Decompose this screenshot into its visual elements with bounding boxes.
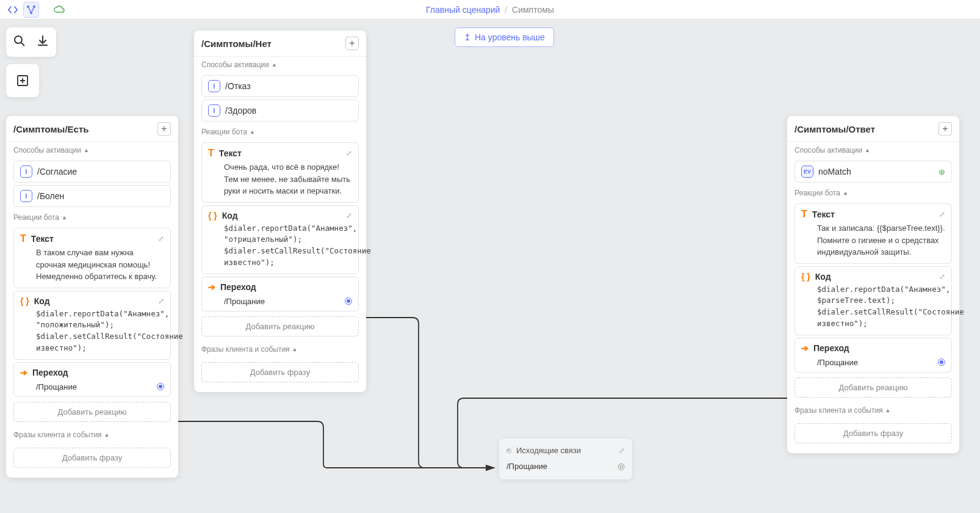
phrases-section-label[interactable]: Фразы клиента и события▲: [787, 402, 959, 418]
link-icon: ⎋: [506, 446, 511, 455]
reactions-section-label[interactable]: Реакции бота▲: [787, 185, 959, 201]
add-phrase-button[interactable]: Добавить фразу: [794, 423, 952, 443]
expand-icon[interactable]: ⤢: [939, 210, 945, 219]
activation-item[interactable]: I/Отказ: [201, 75, 359, 97]
node-header: /Симптомы/Ответ +: [787, 116, 959, 142]
topbar: Главный сценарий / Симптомы: [0, 0, 980, 20]
download-icon[interactable]: [37, 35, 49, 49]
chevron-up-icon: ▲: [885, 407, 891, 413]
activation-item[interactable]: I/Здоров: [201, 100, 359, 122]
reaction-text-body: Так и записала: {{$parseTree.text}}. Пом…: [801, 222, 945, 258]
reaction-code-block[interactable]: { }Код⤢ $dialer.reportData("Анамнез", $p…: [794, 266, 952, 335]
text-icon: T: [20, 233, 26, 244]
target-icon[interactable]: ◎: [618, 461, 625, 471]
expand-icon[interactable]: ⤢: [158, 297, 164, 305]
activation-section-label[interactable]: Способы активации▲: [194, 57, 366, 73]
search-icon[interactable]: [13, 35, 26, 49]
reaction-transition-block[interactable]: ➔Переход /Прощание: [201, 277, 359, 311]
reaction-text-body: Очень рада, что всё в порядке! Тем не ме…: [208, 161, 352, 197]
add-reaction-button[interactable]: Добавить реакцию: [13, 402, 171, 422]
breadcrumb-root[interactable]: Главный сценарий: [426, 5, 500, 15]
toolbar-search-download: [6, 27, 56, 57]
connection-port[interactable]: [345, 297, 352, 305]
graph-view-button[interactable]: [23, 2, 39, 18]
reaction-transition-block[interactable]: ➔Переход /Прощание: [13, 362, 171, 397]
chevron-up-icon: ▲: [865, 147, 870, 153]
chevron-up-icon: ▲: [62, 214, 67, 220]
outgoing-item[interactable]: /Прощание ◎: [499, 457, 632, 475]
reactions-section-label[interactable]: Реакции бота▲: [194, 124, 366, 140]
reaction-text-body: В таком случае вам нужна срочная медицин…: [20, 247, 164, 283]
add-reaction-button[interactable]: Добавить реакцию: [201, 316, 359, 337]
add-phrase-button[interactable]: Добавить фразу: [201, 362, 359, 382]
node-symptoms-yes[interactable]: /Симптомы/Есть + Способы активации▲ I/Со…: [6, 116, 178, 478]
up-level-button[interactable]: ↥ На уровень выше: [455, 27, 554, 47]
add-reaction-button[interactable]: Добавить реакцию: [794, 377, 952, 398]
cloud-sync-button[interactable]: [51, 2, 67, 18]
svg-point-2: [30, 12, 32, 14]
add-node-button[interactable]: [6, 64, 39, 97]
outgoing-header: ⎋Исходящие связи ⤢: [499, 443, 632, 457]
node-title: /Симптомы/Нет: [201, 38, 272, 49]
reactions-section-label[interactable]: Реакции бота▲: [6, 209, 178, 225]
node-header: /Симптомы/Есть +: [6, 116, 178, 142]
node-add-button[interactable]: +: [345, 37, 359, 50]
code-icon: { }: [20, 296, 29, 306]
connection-port[interactable]: [157, 383, 164, 390]
expand-icon[interactable]: ⤢: [346, 149, 352, 158]
svg-point-0: [27, 5, 29, 8]
code-icon: { }: [801, 272, 810, 282]
add-phrase-button[interactable]: Добавить фразу: [13, 448, 171, 468]
node-header: /Симптомы/Нет +: [194, 31, 366, 57]
phrases-section-label[interactable]: Фразы клиента и события▲: [6, 427, 178, 443]
expand-icon[interactable]: ⤢: [939, 272, 945, 281]
reaction-text-block[interactable]: TТекст⤢ В таком случае вам нужна срочная…: [13, 228, 171, 288]
node-symptoms-answer[interactable]: /Симптомы/Ответ + Способы активации▲ EVn…: [787, 116, 959, 453]
arrow-up-icon: ↥: [464, 32, 471, 42]
transition-target: /Прощание: [208, 294, 352, 306]
chevron-up-icon: ▲: [104, 432, 110, 438]
activation-section-label[interactable]: Способы активации▲: [787, 142, 959, 158]
intent-icon: I: [20, 166, 32, 178]
expand-icon[interactable]: ⤢: [346, 211, 352, 220]
reaction-text-block[interactable]: TТекст⤢ Так и записала: {{$parseTree.tex…: [794, 203, 952, 264]
breadcrumb-current: Симптомы: [512, 5, 554, 15]
activation-section-label[interactable]: Способы активации▲: [6, 142, 178, 158]
chevron-up-icon: ▲: [292, 346, 298, 352]
canvas-toolbar: [6, 27, 56, 97]
node-title: /Симптомы/Ответ: [794, 124, 875, 134]
expand-icon[interactable]: ⤢: [158, 235, 164, 243]
activation-item[interactable]: I/Болен: [13, 185, 171, 207]
topbar-left: [5, 2, 67, 18]
reaction-code-body: $dialer.reportData("Анамнез", "отрицател…: [208, 223, 352, 269]
activation-item[interactable]: I/Согласие: [13, 161, 171, 183]
chevron-up-icon: ▲: [84, 147, 89, 153]
reaction-transition-block[interactable]: ➔Переход /Прощание: [794, 338, 952, 373]
node-add-button[interactable]: +: [939, 122, 952, 136]
text-icon: T: [801, 209, 807, 220]
up-level-label: На уровень выше: [475, 32, 545, 42]
arrow-right-icon: ➔: [208, 282, 215, 292]
breadcrumb: Главный сценарий / Симптомы: [426, 5, 554, 15]
globe-icon: ⊕: [939, 167, 945, 176]
node-title: /Симптомы/Есть: [13, 124, 88, 134]
connection-port[interactable]: [938, 358, 945, 366]
reaction-code-body: $dialer.reportData("Анамнез", $parseTree…: [801, 284, 945, 330]
node-symptoms-no[interactable]: /Симптомы/Нет + Способы активации▲ I/Отк…: [194, 31, 366, 392]
outgoing-connections-panel[interactable]: ⎋Исходящие связи ⤢ /Прощание ◎: [499, 438, 632, 479]
code-view-button[interactable]: [5, 2, 21, 18]
node-add-button[interactable]: +: [157, 122, 171, 136]
reaction-code-body: $dialer.reportData("Анамнез", "положител…: [20, 308, 164, 354]
phrases-section-label[interactable]: Фразы клиента и события▲: [194, 341, 366, 357]
chevron-up-icon: ▲: [250, 129, 255, 135]
chevron-up-icon: ▲: [272, 62, 277, 68]
reaction-code-block[interactable]: { }Код⤢ $dialer.reportData("Анамнез", "о…: [201, 205, 359, 274]
svg-point-1: [33, 5, 35, 8]
transition-target: /Прощание: [801, 355, 945, 367]
activation-item[interactable]: EVnoMatch ⊕: [794, 161, 952, 183]
expand-icon[interactable]: ⤢: [619, 446, 625, 455]
text-icon: T: [208, 148, 214, 159]
reaction-code-block[interactable]: { }Код⤢ $dialer.reportData("Анамнез", "п…: [13, 291, 171, 360]
reaction-text-block[interactable]: TТекст⤢ Очень рада, что всё в порядке! Т…: [201, 142, 359, 203]
event-icon: EV: [801, 166, 813, 178]
